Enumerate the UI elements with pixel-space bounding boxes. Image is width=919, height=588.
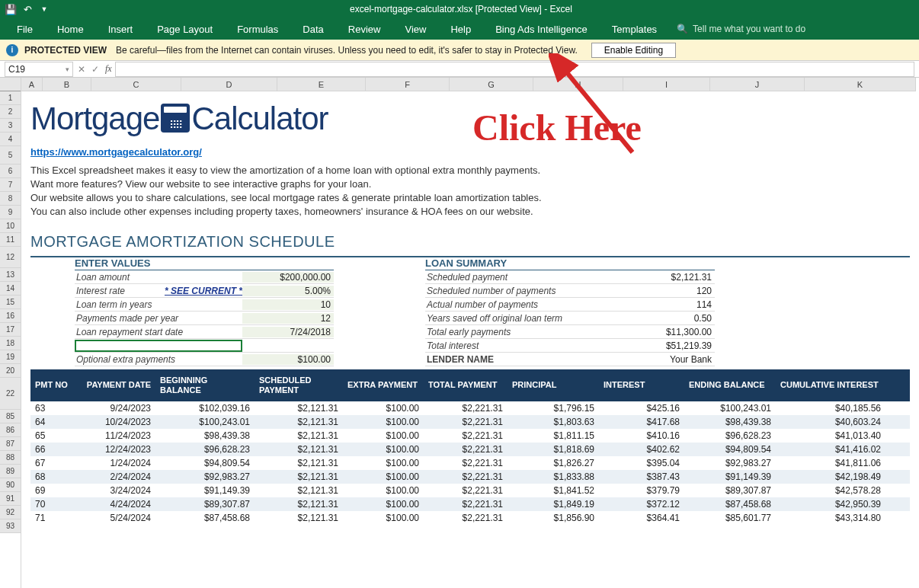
table-row[interactable]: 671/24/2024$94,809.54$2,121.31$100.00$2,… <box>30 456 910 470</box>
row-header[interactable]: 19 <box>0 350 21 364</box>
name-box[interactable]: C19 <box>5 62 73 77</box>
lender-row: LENDER NAME Your Bank <box>425 353 715 366</box>
row-header[interactable]: 14 <box>0 282 21 296</box>
col-header[interactable]: H <box>533 78 623 91</box>
row-header[interactable]: 2 <box>0 105 21 119</box>
tab-formulas[interactable]: Formulas <box>226 21 289 38</box>
summary-row: Total interest$51,219.39 <box>425 339 715 353</box>
row-header[interactable]: 1 <box>0 91 21 105</box>
sheet-content[interactable]: MortgageCalculator https://www.mortgagec… <box>21 91 919 525</box>
spreadsheet[interactable]: 1 2 3 4 5 6 7 8 9 10 11 12 13 14 15 16 1… <box>0 78 919 588</box>
select-all-corner[interactable] <box>0 78 21 91</box>
formula-input[interactable] <box>115 62 914 77</box>
value-cell[interactable]: 5.00% <box>242 286 334 296</box>
row-header[interactable]: 20 <box>0 364 21 378</box>
row-header[interactable]: 4 <box>0 133 21 146</box>
window-title: excel-mortgage-calculator.xlsx [Protecte… <box>52 4 870 14</box>
value-cell[interactable]: $200,000.00 <box>242 272 334 283</box>
row-header[interactable]: 92 <box>0 506 21 519</box>
row-header[interactable]: 93 <box>0 519 21 533</box>
see-current-link[interactable]: * SEE CURRENT * <box>165 286 242 296</box>
row-header[interactable]: 3 <box>0 119 21 133</box>
table-row[interactable]: 6410/24/2023$100,243.01$2,121.31$100.00$… <box>30 415 910 429</box>
col-header[interactable]: B <box>43 78 91 91</box>
fx-icon[interactable]: fx <box>105 63 112 75</box>
table-row[interactable]: 682/24/2024$92,983.27$2,121.31$100.00$2,… <box>30 470 910 484</box>
tab-view[interactable]: View <box>394 21 437 38</box>
qat-dropdown-icon[interactable]: ▼ <box>37 2 52 17</box>
table-row[interactable]: 6612/24/2023$96,628.23$2,121.31$100.00$2… <box>30 443 910 456</box>
row-header[interactable]: 10 <box>0 219 21 233</box>
row-header[interactable]: 15 <box>0 296 21 309</box>
tab-file[interactable]: File <box>6 21 43 38</box>
grid[interactable]: A B C D E F G H I J K MortgageCalculator… <box>21 78 919 588</box>
col-header[interactable]: K <box>805 78 916 91</box>
tab-bing-ads[interactable]: Bing Ads Intelligence <box>485 21 598 38</box>
row-header[interactable]: 90 <box>0 478 21 492</box>
col-header[interactable]: J <box>710 78 805 91</box>
col-header[interactable]: A <box>21 78 43 91</box>
tab-page-layout[interactable]: Page Layout <box>146 21 223 38</box>
value-cell: 0.50 <box>623 313 715 324</box>
table-header: PMT NO PAYMENT DATE BEGINNING BALANCE SC… <box>30 369 910 401</box>
row-header[interactable]: 87 <box>0 437 21 451</box>
row-header[interactable]: 13 <box>0 268 21 282</box>
table-row[interactable]: 639/24/2023$102,039.16$2,121.31$100.00$2… <box>30 401 910 415</box>
value-cell[interactable]: 7/24/2018 <box>242 327 334 337</box>
tab-help[interactable]: Help <box>440 21 482 38</box>
row-header[interactable]: 18 <box>0 337 21 350</box>
col-header[interactable]: G <box>450 78 533 91</box>
row-header[interactable]: 7 <box>0 178 21 192</box>
row-header[interactable]: 88 <box>0 451 21 465</box>
enter-value-row: Loan amount$200,000.00 <box>75 270 334 284</box>
value-label: Total early payments <box>425 327 623 337</box>
summary-row: Total early payments$11,300.00 <box>425 325 715 339</box>
row-header[interactable]: 86 <box>0 423 21 437</box>
row-header[interactable]: 91 <box>0 492 21 506</box>
confirm-icon[interactable]: ✓ <box>88 64 102 75</box>
tab-home[interactable]: Home <box>46 21 94 38</box>
column-headers: A B C D E F G H I J K <box>21 78 919 91</box>
undo-icon[interactable]: ↶ <box>20 2 35 17</box>
row-header[interactable]: 22 <box>0 378 21 410</box>
tell-me-search[interactable]: 🔍 Tell me what you want to do <box>677 24 805 34</box>
value-label: Loan amount <box>75 272 242 283</box>
tab-templates[interactable]: Templates <box>601 21 668 38</box>
value-cell[interactable]: 12 <box>242 313 334 324</box>
row-header[interactable]: 89 <box>0 465 21 478</box>
section-title: MORTGAGE AMORTIZATION SCHEDULE <box>21 233 919 254</box>
table-row[interactable]: 6511/24/2023$98,439.38$2,121.31$100.00$2… <box>30 429 910 443</box>
enable-editing-button[interactable]: Enable Editing <box>591 43 676 58</box>
row-header[interactable]: 85 <box>0 410 21 423</box>
row-header[interactable]: 9 <box>0 206 21 219</box>
row-header[interactable]: 12 <box>0 247 21 268</box>
col-header[interactable]: I <box>623 78 710 91</box>
tab-data[interactable]: Data <box>292 21 334 38</box>
col-header[interactable]: E <box>277 78 366 91</box>
row-header[interactable]: 17 <box>0 323 21 337</box>
cancel-icon[interactable]: ✕ <box>75 64 88 75</box>
shield-icon: i <box>6 44 18 56</box>
table-row[interactable]: 693/24/2024$91,149.39$2,121.31$100.00$2,… <box>30 484 910 497</box>
enter-value-row: Loan repayment start date7/24/2018 <box>75 325 334 339</box>
row-header[interactable]: 16 <box>0 309 21 323</box>
website-link[interactable]: https://www.mortgagecalculator.org/ <box>21 146 919 165</box>
tab-insert[interactable]: Insert <box>98 21 144 38</box>
value-cell: 114 <box>623 299 715 310</box>
tab-review[interactable]: Review <box>338 21 392 38</box>
row-header[interactable]: 5 <box>0 146 21 165</box>
row-header[interactable]: 6 <box>0 165 21 178</box>
table-row[interactable]: 715/24/2024$87,458.68$2,121.31$100.00$2,… <box>30 511 910 525</box>
row-header[interactable]: 11 <box>0 233 21 247</box>
col-header[interactable]: D <box>181 78 277 91</box>
col-header[interactable]: F <box>366 78 450 91</box>
col-header[interactable]: C <box>91 78 181 91</box>
value-label: Scheduled payment <box>425 272 623 283</box>
row-header[interactable]: 8 <box>0 192 21 206</box>
save-icon[interactable]: 💾 <box>3 2 18 17</box>
summary-row: Years saved off original loan term0.50 <box>425 312 715 325</box>
table-row[interactable]: 704/24/2024$89,307.87$2,121.31$100.00$2,… <box>30 497 910 511</box>
description-text: You can also include other expenses incl… <box>21 206 919 219</box>
value-cell[interactable]: 10 <box>242 299 334 310</box>
value-cell[interactable]: $100.00 <box>242 354 334 365</box>
